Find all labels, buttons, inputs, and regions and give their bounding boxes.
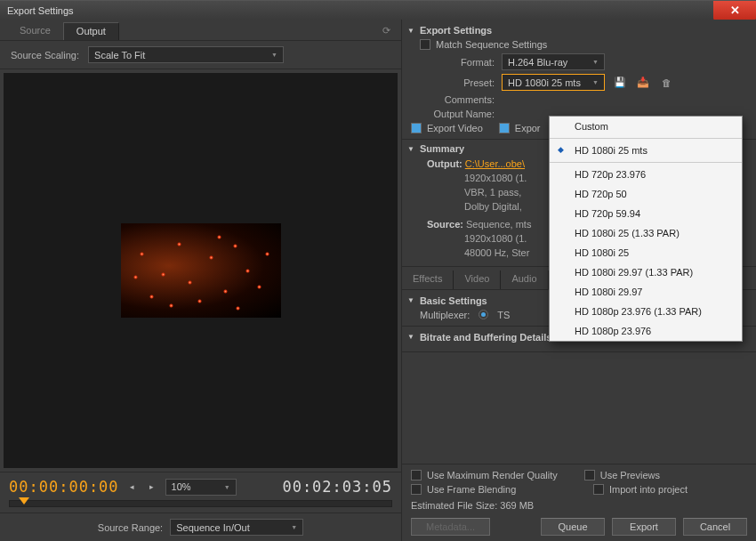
max-quality-label: Use Maximum Render Quality (427, 470, 558, 480)
summary-title: Summary (420, 143, 464, 154)
mux-ts-label: TS (497, 310, 510, 320)
preview-area[interactable] (4, 73, 398, 468)
export-video-checkbox[interactable] (411, 123, 422, 133)
est-size-value: 369 MB (500, 500, 534, 511)
preset-option[interactable]: HD 1080i 25 (550, 243, 742, 262)
preset-option[interactable]: HD 1080i 25 (1.33 PAR) (550, 223, 742, 243)
export-audio-label: Expor (515, 123, 541, 133)
zoom-dropdown[interactable]: 10% (165, 479, 237, 496)
bitrate-title: Bitrate and Buffering Details (420, 332, 552, 343)
preview-thumb (121, 223, 281, 318)
comments-label: Comments: (423, 94, 495, 105)
match-sequence-checkbox[interactable] (420, 39, 430, 50)
export-audio-checkbox[interactable] (499, 123, 510, 133)
zoom-value: 10% (172, 481, 191, 492)
preset-option[interactable]: HD 720p 23.976 (550, 165, 742, 184)
format-value: H.264 Blu-ray (508, 57, 567, 68)
output-summary-label: Output: (427, 158, 462, 169)
source-range-label: Source Range: (98, 522, 163, 533)
match-sequence-label: Match Sequence Settings (436, 39, 547, 50)
format-dropdown[interactable]: H.264 Blu-ray (502, 53, 605, 70)
preset-option[interactable]: HD 1080i 25 mts (550, 141, 742, 160)
preset-option[interactable]: HD 1080p 23.976 (1.33 PAR) (550, 302, 742, 321)
mux-ts-radio[interactable] (479, 310, 488, 319)
refresh-icon[interactable]: ⟳ (375, 22, 398, 40)
left-panel: Source Output ⟳ Source Scaling: Scale To… (0, 20, 402, 541)
export-video-label: Export Video (427, 123, 483, 133)
import-project-label: Import into project (609, 484, 688, 495)
preset-option[interactable]: HD 1080i 29.97 (1.33 PAR) (550, 262, 742, 282)
metadata-button[interactable]: Metadata... (411, 518, 490, 536)
import-project-checkbox[interactable] (593, 484, 604, 495)
multiplexer-label: Multiplexer: (420, 310, 470, 320)
titlebar: Export Settings ✕ (0, 0, 756, 20)
close-button[interactable]: ✕ (713, 1, 756, 20)
preset-label: Preset: (423, 77, 495, 88)
queue-button[interactable]: Queue (541, 518, 605, 536)
frame-blending-checkbox[interactable] (411, 484, 422, 495)
timecode-in[interactable]: 00:00:00:00 (9, 478, 119, 496)
frame-blending-label: Use Frame Blending (427, 484, 516, 495)
tab-source[interactable]: Source (7, 22, 63, 40)
tab-effects[interactable]: Effects (402, 270, 454, 289)
basic-settings-title: Basic Settings (420, 295, 487, 306)
preview-tabs: Source Output ⟳ (0, 20, 401, 41)
chevron-down-icon[interactable]: ▼ (407, 27, 414, 35)
export-settings-title: Export Settings (420, 25, 492, 36)
max-quality-checkbox[interactable] (411, 470, 422, 480)
source-range-row: Source Range: Sequence In/Out (0, 513, 401, 541)
source-summary-label: Source: (427, 219, 463, 230)
cancel-button[interactable]: Cancel (683, 518, 747, 536)
output-name-label: Output Name: (423, 109, 495, 119)
chevron-down-icon[interactable]: ▼ (407, 145, 414, 153)
preset-dropdown[interactable]: HD 1080i 25 mts (502, 74, 605, 91)
preset-option[interactable]: HD 1080p 23.976 (550, 321, 742, 341)
preset-option[interactable]: HD 720p 59.94 (550, 204, 742, 223)
import-preset-icon[interactable]: 📥 (635, 76, 651, 90)
step-back-icon[interactable]: ◂ (126, 480, 139, 493)
source-scaling-value: Scale To Fit (94, 50, 145, 61)
chevron-down-icon[interactable]: ▼ (407, 296, 414, 304)
output-path-link[interactable]: C:\User...obe\ (465, 158, 525, 169)
output-line-3: Dolby Digital, (464, 201, 522, 212)
source-scaling-row: Source Scaling: Scale To Fit (0, 41, 401, 69)
preset-popup: Custom HD 1080i 25 mts HD 720p 23.976 HD… (549, 116, 743, 342)
export-button[interactable]: Export (612, 518, 676, 536)
delete-preset-icon[interactable]: 🗑 (658, 76, 674, 90)
source-line-2: 48000 Hz, Ster (464, 247, 529, 258)
step-fwd-icon[interactable]: ▸ (146, 480, 158, 493)
footer: Use Maximum Render Quality Use Previews … (402, 464, 756, 541)
window-title: Export Settings (7, 5, 713, 16)
format-label: Format: (423, 57, 495, 68)
preset-option[interactable]: HD 720p 50 (550, 184, 742, 204)
source-line-1: 1920x1080 (1. (464, 233, 527, 244)
source-range-dropdown[interactable]: Sequence In/Out (170, 519, 303, 536)
playhead-icon[interactable] (19, 497, 29, 505)
timecode-out: 00:02:03:05 (282, 478, 392, 496)
timeline-scrubber[interactable] (9, 500, 392, 507)
save-preset-icon[interactable]: 💾 (612, 76, 628, 90)
output-line-2: VBR, 1 pass, (464, 187, 521, 198)
use-previews-label: Use Previews (600, 470, 660, 480)
source-range-value: Sequence In/Out (176, 522, 250, 533)
source-line-0: Sequence, mts (466, 219, 531, 230)
preset-option[interactable]: HD 1080i 29.97 (550, 282, 742, 302)
output-line-1: 1920x1080 (1. (464, 173, 527, 183)
source-scaling-dropdown[interactable]: Scale To Fit (88, 46, 284, 63)
use-previews-checkbox[interactable] (584, 470, 595, 480)
preset-option-custom[interactable]: Custom (550, 117, 742, 136)
tab-video[interactable]: Video (454, 270, 501, 289)
source-scaling-label: Source Scaling: (11, 50, 79, 61)
preset-value: HD 1080i 25 mts (508, 77, 581, 88)
time-controls: 00:00:00:00 ◂ ▸ 10% 00:02:03:05 (0, 472, 401, 513)
tab-output[interactable]: Output (63, 22, 119, 40)
est-size-label: Estimated File Size: (411, 500, 497, 511)
chevron-down-icon[interactable]: ▼ (407, 333, 414, 341)
tab-audio[interactable]: Audio (501, 270, 548, 289)
